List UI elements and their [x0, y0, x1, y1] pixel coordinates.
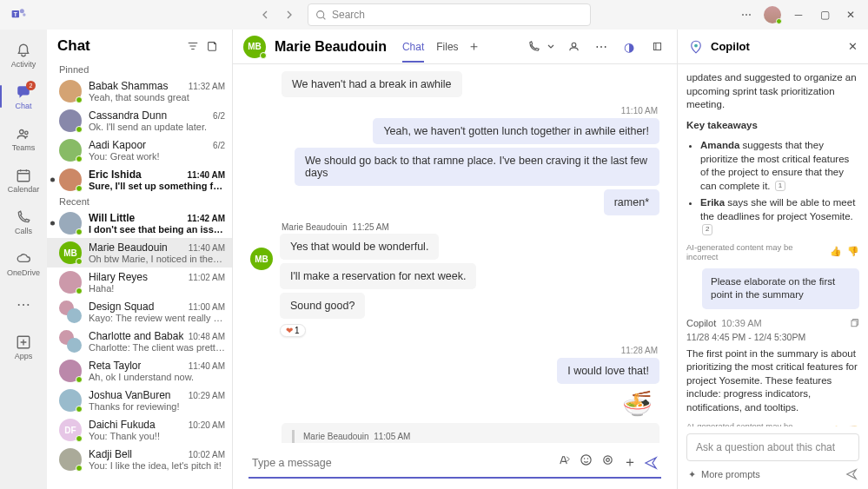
add-tab-button[interactable]: ＋: [467, 38, 480, 55]
avatar: [59, 139, 82, 162]
chat-list-item[interactable]: Babak Shammas11:32 AMYeah, that sounds g…: [47, 76, 232, 106]
chat-list-item[interactable]: Design Squad11:00 AMKayo: The review wen…: [47, 297, 232, 327]
maximize-button[interactable]: ▢: [812, 3, 837, 27]
chat-item-preview: Kayo: The review went really well! Can't…: [89, 313, 225, 323]
call-button[interactable]: [524, 37, 543, 56]
back-button[interactable]: [254, 3, 276, 26]
message-time: 11:25 AM: [353, 222, 389, 232]
chat-item-preview: Oh btw Marie, I noticed in the document …: [89, 254, 225, 264]
chat-list-item[interactable]: Will Little11:42 AMI don't see that bein…: [47, 208, 232, 238]
close-window-button[interactable]: ✕: [838, 3, 863, 27]
ai-disclaimer-2: AI-generated content may be incorrect: [686, 421, 819, 426]
thumbs-up-button-2[interactable]: 👍: [830, 426, 842, 426]
rail-calls[interactable]: Calls: [3, 202, 43, 241]
tab-chat[interactable]: Chat: [402, 31, 424, 63]
chat-list-title: Chat: [57, 37, 183, 55]
chat-list-item[interactable]: DFDaichi Fukuda10:20 AMYou: Thank you!!: [47, 415, 232, 445]
thumbs-down-button-2[interactable]: 👎: [847, 426, 859, 426]
chat-list-item[interactable]: Hilary Reyes11:02 AMHaha!: [47, 268, 232, 297]
rail-calendar[interactable]: Calendar: [3, 160, 43, 200]
filter-icon[interactable]: [183, 36, 202, 56]
chat-list-item[interactable]: Kadji Bell10:02 AMYou: I like the idea, …: [47, 445, 232, 474]
chat-icon: 2: [15, 83, 32, 101]
svg-rect-17: [851, 320, 857, 327]
chat-item-name: Joshua VanBuren: [89, 389, 171, 401]
copilot-input[interactable]: Ask a question about this chat: [686, 433, 859, 461]
svg-point-6: [25, 131, 28, 134]
chat-more-button[interactable]: ⋯: [592, 37, 611, 56]
chat-item-preview: Haha!: [89, 283, 225, 294]
rail-chat[interactable]: 2Chat: [3, 76, 43, 116]
takeaway-item: Amanda suggests that they prioritize the…: [700, 139, 859, 193]
thumbs-down-button[interactable]: 👎: [847, 246, 859, 257]
forward-button[interactable]: [278, 3, 301, 26]
search-input[interactable]: Search: [308, 3, 591, 26]
chat-list-item[interactable]: Aadi Kapoor6/2You: Great work!: [47, 135, 232, 165]
rail-more[interactable]: ⋯: [3, 285, 43, 325]
chat-item-name: Reta Taylor: [89, 360, 141, 372]
more-icon: ⋯: [15, 296, 32, 314]
new-chat-icon[interactable]: [202, 36, 222, 56]
thumbs-up-button[interactable]: 👍: [830, 246, 842, 257]
chat-avatar: MB: [243, 36, 266, 58]
call-chevron-icon[interactable]: [547, 37, 555, 56]
chat-list-item[interactable]: MBMarie Beaudouin11:40 AMOh btw Marie, I…: [47, 238, 232, 268]
more-prompts-button[interactable]: More prompts: [701, 469, 760, 479]
actions-icon[interactable]: ＋: [623, 453, 637, 472]
chat-list-item[interactable]: Eric Ishida11:40 AMSure, I'll set up som…: [47, 165, 232, 195]
avatar: [59, 360, 82, 382]
rail-onedrive[interactable]: OneDrive: [3, 243, 43, 283]
chat-item-preview: Ah, ok I understand now.: [89, 372, 225, 382]
message-bubble-them: Yes that would be wonderful.: [280, 234, 439, 260]
citation-badge[interactable]: 1: [775, 181, 785, 192]
chat-item-preview: Charlotte: The client was pretty happy w…: [89, 342, 225, 353]
avatar: [59, 109, 82, 132]
chat-item-name: Will Little: [89, 212, 135, 224]
chat-item-name: Kadji Bell: [89, 448, 132, 460]
copy-button[interactable]: [849, 318, 859, 328]
chat-list-item[interactable]: Cassandra Dunn6/2Ok. I'll send an update…: [47, 106, 232, 135]
timestamp: 11:28 AM: [621, 346, 658, 355]
people-button[interactable]: [564, 37, 583, 56]
chat-item-name: Aadi Kapoor: [89, 139, 146, 151]
copilot-send-button[interactable]: [845, 468, 858, 480]
svg-point-12: [584, 458, 586, 459]
chat-list-item[interactable]: Charlotte and Babak10:48 AMCharlotte: Th…: [47, 327, 232, 356]
profile-avatar[interactable]: [764, 6, 781, 23]
citation-badge[interactable]: 2: [702, 224, 712, 235]
loop-icon[interactable]: [601, 453, 614, 472]
ai-disclaimer: AI-generated content may be incorrect: [686, 242, 819, 261]
copilot-daterange: 11/28 4:45 PM - 12/4 5:30PM: [686, 332, 859, 342]
popout-button[interactable]: [647, 37, 666, 56]
chat-item-time: 11:02 AM: [189, 273, 225, 282]
section-label: Recent: [47, 195, 232, 208]
message-bubble-them: Sound good?: [280, 293, 365, 319]
svg-text:T: T: [14, 11, 17, 17]
chat-item-name: Eric Ishida: [89, 169, 142, 181]
rail-apps[interactable]: Apps: [3, 327, 43, 367]
copilot-title: Copilot: [711, 40, 841, 53]
svg-point-5: [20, 129, 24, 134]
avatar: [59, 80, 82, 102]
chat-item-preview: Sure, I'll set up something for next wee…: [89, 181, 225, 191]
chat-list-item[interactable]: Reta Taylor11:40 AMAh, ok I understand n…: [47, 356, 232, 386]
format-icon[interactable]: [558, 453, 571, 472]
chat-item-time: 11:40 AM: [189, 361, 225, 371]
message-input[interactable]: [252, 457, 551, 469]
message-author: Marie Beaudouin: [282, 222, 348, 232]
svg-point-13: [587, 458, 589, 459]
copilot-toggle-button[interactable]: ◑: [620, 37, 639, 56]
tab-files[interactable]: Files: [436, 31, 458, 63]
copilot-close-button[interactable]: ✕: [848, 40, 858, 53]
rail-activity[interactable]: Activity: [3, 35, 43, 75]
send-button[interactable]: [644, 456, 658, 470]
more-button[interactable]: ⋯: [734, 3, 759, 27]
minimize-button[interactable]: ─: [786, 3, 811, 27]
chat-list-item[interactable]: Joshua VanBuren10:29 AMThanks for review…: [47, 386, 232, 415]
chat-item-time: 11:40 AM: [187, 170, 225, 180]
rail-teams[interactable]: Teams: [3, 118, 43, 158]
message-bubble-me: Yeah, we haven't gotten lunch together i…: [373, 118, 659, 144]
reaction-badge[interactable]: ❤1: [280, 324, 306, 337]
emoji-icon[interactable]: [580, 453, 593, 472]
sparkle-icon: ✦: [688, 469, 696, 480]
